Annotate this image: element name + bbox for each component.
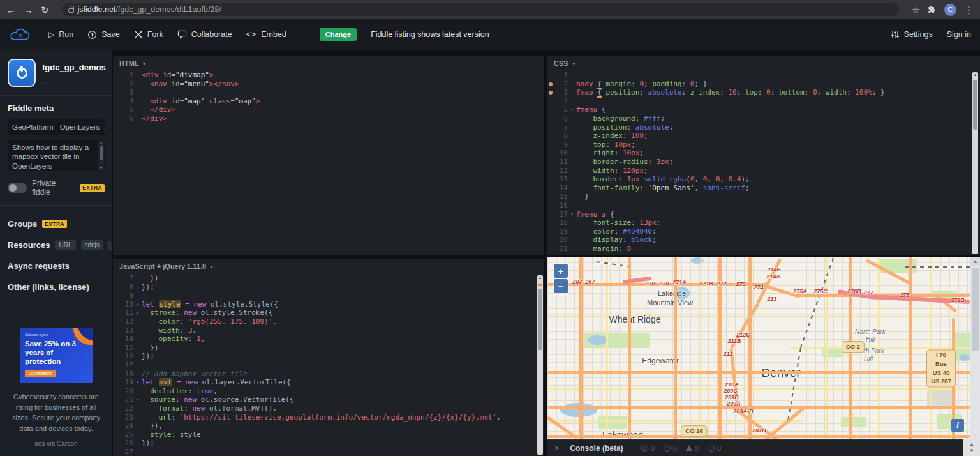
collaborate-icon <box>177 30 187 39</box>
console-counter[interactable]: i0 <box>708 445 721 452</box>
code-line: 13 border: 1px solid rgba(0, 0, 0, 0.4); <box>547 175 980 184</box>
code-line: 14 opacity: 1, <box>113 335 544 344</box>
map-exit-label: 210A <box>725 381 739 388</box>
resources-count-badge: 2 <box>108 241 113 250</box>
settings-button[interactable]: Settings <box>891 30 933 39</box>
reload-icon[interactable]: ↻ <box>41 5 49 15</box>
sidebar-item-resources[interactable]: Resources URL cdnjs 2 <box>8 234 105 255</box>
username[interactable]: fgdc_gp_demos <box>42 59 106 72</box>
console-bar[interactable]: >_ Console (beta) x0!00i0 <box>547 439 963 456</box>
code-line: 10 right: 10px; <box>547 149 980 158</box>
map-exit-label: 207 <box>572 278 582 285</box>
profile-avatar[interactable]: C <box>944 4 956 16</box>
result-scrollbar[interactable]: ▲ <box>970 257 980 439</box>
html-panel-header[interactable]: HTML▼ <box>113 56 544 71</box>
map-exit-label: 279B <box>951 297 965 303</box>
fiddle-meta-heading: Fiddle meta <box>8 103 105 113</box>
code-line: 15 } <box>547 192 980 201</box>
private-fiddle-toggle[interactable] <box>8 183 27 193</box>
sign-in-button[interactable]: Sign in <box>947 30 971 39</box>
address-bar[interactable]: jsfiddle.net/fgdc_gp_demos/dtL1aufb/28/ <box>62 3 899 16</box>
fiddle-title-input[interactable]: GeoPlatform - OpenLayers -Ad <box>8 119 105 135</box>
code-line: 24 }), <box>113 422 544 430</box>
code-line: 7 }) <box>113 274 544 283</box>
scroll-up-arrow[interactable]: ▲ <box>970 257 980 266</box>
ad-text[interactable]: Cybersecurity concerns are rising for bu… <box>8 391 105 434</box>
code-line: 4 <box>547 97 980 106</box>
css-panel-header[interactable]: CSS▼ <box>547 56 980 71</box>
console-counter[interactable]: x0 <box>641 445 655 452</box>
menu-kebab-icon[interactable]: ⋮ <box>964 5 974 15</box>
html-editor[interactable]: 1<div id="divmap">2 <nav id="menu"></nav… <box>113 71 544 255</box>
console-prompt-icon: >_ <box>555 444 563 452</box>
textarea-scrollbar[interactable]: ▲▼ <box>98 141 104 171</box>
code-line: 1<div id="divmap"> <box>113 71 544 80</box>
forward-icon[interactable]: → <box>24 5 33 15</box>
console-status-icon: ! <box>664 445 671 452</box>
embed-icon: <> <box>246 30 257 39</box>
scroll-corner[interactable]: ▲▼ <box>963 439 980 456</box>
sidebar-item-async-requests[interactable]: Async requests <box>8 255 105 277</box>
scroll-thumb[interactable] <box>972 268 979 351</box>
css-editor-scrollbar[interactable]: ▲ <box>972 72 978 254</box>
ad-cta-button[interactable]: LEARN MORE <box>25 370 56 377</box>
sidebar-item-other[interactable]: Other (links, license) <box>8 277 105 298</box>
js-editor[interactable]: 7 })8});910▾let style = new ol.style.Sty… <box>113 274 544 456</box>
bookmark-star-icon[interactable]: ☆ <box>912 5 920 15</box>
zoom-in-button[interactable]: + <box>554 264 568 278</box>
code-line: 3#map { position: absolute; z-index: 10;… <box>547 88 980 97</box>
map-park <box>822 348 843 357</box>
ad-banner[interactable]: Malwarebytes Save 25% on 3 years of prot… <box>20 328 93 383</box>
map-road <box>800 258 834 349</box>
code-line: 2body { margin: 0; padding: 0; } <box>547 80 980 89</box>
attribution-button[interactable]: i <box>951 419 964 432</box>
map-road <box>547 435 970 438</box>
chevron-down-icon: ▼ <box>572 61 576 66</box>
extra-badge: EXTRA <box>80 184 105 192</box>
run-icon: ▷ <box>48 30 54 39</box>
map-exit-label: 270 <box>659 280 669 287</box>
code-line: 9 top: 10px; <box>547 141 980 149</box>
lock-icon <box>68 8 74 13</box>
jsfiddle-logo-icon[interactable]: ∞ <box>9 26 32 43</box>
js-panel: JavaScript + jQuery 1.11.0▼ 7 })8});910▾… <box>113 259 544 456</box>
js-editor-scrollbar[interactable]: ▲ <box>537 275 543 455</box>
chevron-down-icon: ▼ <box>142 61 147 66</box>
console-counter[interactable]: 0 <box>686 445 699 452</box>
map[interactable]: + − i LakesideMountain ViewWheat RidgeEd… <box>547 257 970 439</box>
console-counter[interactable]: !0 <box>664 445 677 452</box>
code-line: 9 <box>113 291 544 300</box>
settings-icon <box>891 30 900 39</box>
code-line: 6 background: #fff; <box>547 114 980 123</box>
code-line: 18// add mapbox vector tile <box>113 370 544 379</box>
power-icon <box>17 68 27 79</box>
ads-via-carbon[interactable]: ads via Carbon <box>8 440 105 447</box>
collaborate-button[interactable]: Collaborate <box>177 30 232 39</box>
map-exit-label: 211B <box>728 338 741 344</box>
fiddle-description-input[interactable]: Shows how to display a mapbox vector til… <box>8 140 105 171</box>
private-fiddle-label: Private fiddle <box>32 179 75 197</box>
save-icon <box>87 30 97 40</box>
back-icon[interactable]: ← <box>6 5 16 15</box>
code-line: 12 color: 'rgb(255, 175, 109)', <box>113 317 544 326</box>
warning-triangle-icon <box>686 445 692 451</box>
embed-button[interactable]: <>Embed <box>246 30 286 39</box>
fork-button[interactable]: Fork <box>134 30 163 39</box>
js-panel-header[interactable]: JavaScript + jQuery 1.11.0▼ <box>113 259 544 274</box>
run-button[interactable]: ▷Run <box>48 30 73 39</box>
user-avatar[interactable] <box>8 59 36 87</box>
fork-icon <box>134 30 143 39</box>
css-editor[interactable]: 12body { margin: 0; padding: 0; }3#map {… <box>547 71 980 255</box>
resource-chip-cdnjs[interactable]: cdnjs <box>81 240 103 250</box>
extra-badge: EXTRA <box>42 220 67 228</box>
resource-chip-url[interactable]: URL <box>55 240 75 250</box>
change-button[interactable]: Change <box>320 28 357 41</box>
browser-toolbar: ← → ↻ jsfiddle.net/fgdc_gp_demos/dtL1auf… <box>0 0 980 19</box>
extensions-icon[interactable] <box>928 5 937 14</box>
result-panel: + − i LakesideMountain ViewWheat RidgeEd… <box>547 257 980 456</box>
zoom-out-button[interactable]: − <box>554 279 568 293</box>
sidebar-item-groups[interactable]: GroupsEXTRA <box>8 213 105 234</box>
code-line: 4 <div id="map" class="map"> <box>113 97 544 106</box>
save-button[interactable]: Save <box>87 30 120 40</box>
map-exit-label: 214A <box>766 273 780 280</box>
